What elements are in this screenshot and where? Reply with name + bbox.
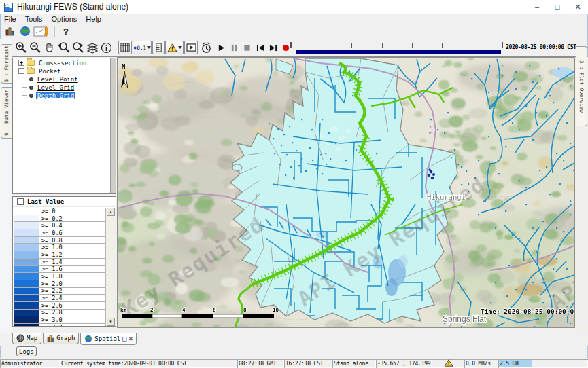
svg-text:6: 6	[213, 307, 216, 313]
folder-icon	[27, 68, 35, 74]
maximize-button[interactable]: □	[547, 0, 568, 14]
tree-connector	[13, 84, 29, 91]
menu-help[interactable]: Help	[86, 15, 101, 23]
folder-icon	[27, 60, 35, 66]
svg-text:2: 2	[150, 307, 154, 313]
minimize-button[interactable]: –	[527, 0, 547, 14]
tree-scrollbar[interactable]	[110, 58, 116, 193]
legend-swatch	[14, 288, 39, 295]
step-forward-button[interactable]	[269, 42, 277, 53]
chart-export-button[interactable]	[33, 24, 50, 38]
scroll-up-button[interactable]: ▲	[107, 208, 115, 216]
svg-text:4: 4	[182, 307, 186, 313]
legend-swatch	[14, 229, 39, 237]
layers-button[interactable]	[85, 41, 99, 55]
zoom-next-button[interactable]	[71, 41, 85, 55]
legend-swatch	[14, 251, 39, 259]
tree-item-depth-grid[interactable]: Depth Grid	[13, 92, 116, 99]
timeline-slider[interactable]	[290, 42, 503, 54]
globe-button[interactable]	[18, 24, 33, 38]
tab-spatial[interactable]: Spatial□✕	[80, 333, 137, 345]
play-button[interactable]	[217, 42, 226, 53]
legend-swatch	[14, 208, 39, 215]
animation-button[interactable]	[184, 41, 198, 54]
time-settings-button[interactable]	[200, 42, 213, 53]
menu-tools[interactable]: Tools	[25, 15, 43, 23]
road-label: H 1	[428, 126, 433, 134]
legend-panel: Last Value >= 0>= 0.2>= 0.4>= 0.6>= 0.8>…	[12, 196, 116, 327]
legend-row: >= 2.2	[14, 288, 105, 295]
legend-swatch	[14, 259, 39, 266]
close-button[interactable]: ✕	[568, 0, 588, 14]
legend-swatch	[14, 324, 39, 327]
tree-connector	[13, 92, 29, 99]
tree-item-cross-section[interactable]: +Cross-section	[13, 59, 116, 67]
svg-text:N: N	[122, 63, 125, 70]
pause-button[interactable]	[230, 42, 239, 53]
map-time-label: Time: 2020-08-25 00:00:00 CST	[481, 308, 574, 315]
map-view[interactable]: API Key Required API Key Required API Ke…	[117, 57, 575, 328]
pan-button[interactable]	[42, 41, 56, 55]
scalebar-toggle-button[interactable]	[152, 41, 165, 54]
legend-swatch	[14, 215, 39, 223]
tab-map[interactable]: Map	[12, 333, 41, 344]
status-cell-8: 2.5 GB	[498, 359, 588, 368]
globe-wire-icon	[16, 334, 24, 342]
legend-row: >= 2.8	[14, 310, 105, 317]
threshold-dropdown[interactable]: 0.1	[133, 41, 152, 54]
grid-toggle-button[interactable]	[118, 41, 132, 54]
tab-forecast[interactable]: 5 : Forecast	[1, 44, 12, 84]
expander-icon[interactable]: +	[18, 60, 24, 66]
bullet-icon	[29, 86, 33, 90]
legend-row: >= 1.4	[14, 259, 105, 266]
app-icon	[4, 3, 13, 12]
legend-row: >= 1.0	[14, 244, 105, 251]
status-cell-3: 16:27:18 CST	[284, 359, 332, 368]
legend-row: >= 0.2	[14, 215, 105, 223]
stop-button[interactable]	[243, 42, 252, 53]
float-tab-icon[interactable]: □	[122, 335, 126, 342]
legend-row: >= 0.6	[14, 229, 105, 237]
tree-item-pocket[interactable]: −Pocket	[13, 67, 116, 75]
menu-file[interactable]: File	[4, 15, 16, 23]
legend-row: >= 2.0	[14, 280, 105, 288]
logs-button[interactable]: Logs	[16, 346, 37, 356]
legend-row: >= 0.4	[14, 222, 105, 229]
status-cell-5: -35.657 , 174.199	[376, 359, 432, 368]
legend-swatch	[14, 266, 39, 274]
zoom-previous-button[interactable]	[56, 41, 71, 55]
menu-options[interactable]: Options	[51, 15, 77, 23]
bottom-tab-bar: MapGraphSpatial□✕	[0, 333, 588, 346]
timeline-date: 2020-08-25 00:00:00 CST	[506, 44, 576, 50]
legend-scrollbar[interactable]: ▲ ▼	[105, 208, 116, 326]
help-button[interactable]: ?	[59, 26, 73, 37]
database-button[interactable]	[3, 24, 18, 38]
svg-text:km: km	[120, 307, 127, 313]
legend-row: >= 3.0	[14, 316, 105, 324]
svg-text:10: 10	[273, 307, 279, 313]
tab-graph[interactable]: Graph	[43, 333, 79, 344]
scroll-down-button[interactable]: ▼	[107, 318, 115, 326]
legend-swatch	[14, 310, 39, 317]
window-title: Hikurangi FEWS (Stand alone)	[17, 2, 128, 12]
timeline-range-bar[interactable]	[296, 50, 501, 54]
record-button[interactable]	[281, 42, 290, 53]
tab-plot-overview[interactable]: 3 : Plot Overview	[576, 46, 587, 126]
tree-item-level-point[interactable]: Level Point	[13, 75, 116, 83]
legend-row: >= 1.8	[14, 273, 105, 280]
last-value-checkbox[interactable]	[17, 198, 24, 205]
zoom-out-button[interactable]	[28, 41, 42, 55]
last-value-label: Last Value	[27, 198, 64, 205]
status-cell-2: 08:27:18 GMT	[237, 359, 284, 368]
warning-dropdown[interactable]	[165, 41, 184, 54]
zoom-in-button[interactable]	[14, 41, 28, 55]
close-tab-icon[interactable]: ✕	[128, 335, 133, 342]
legend-row: >= 0	[14, 208, 105, 215]
tab-data-viewer[interactable]: 6 : Data Viewer	[1, 87, 12, 139]
step-back-button[interactable]	[256, 42, 264, 53]
tree-item-level-grid[interactable]: Level Grid	[13, 84, 116, 91]
status-cell-7: 0.0 MB/s	[464, 359, 498, 368]
town-label: Hikurangi	[427, 193, 466, 201]
info-button[interactable]	[99, 41, 114, 55]
globe-icon	[84, 335, 92, 343]
